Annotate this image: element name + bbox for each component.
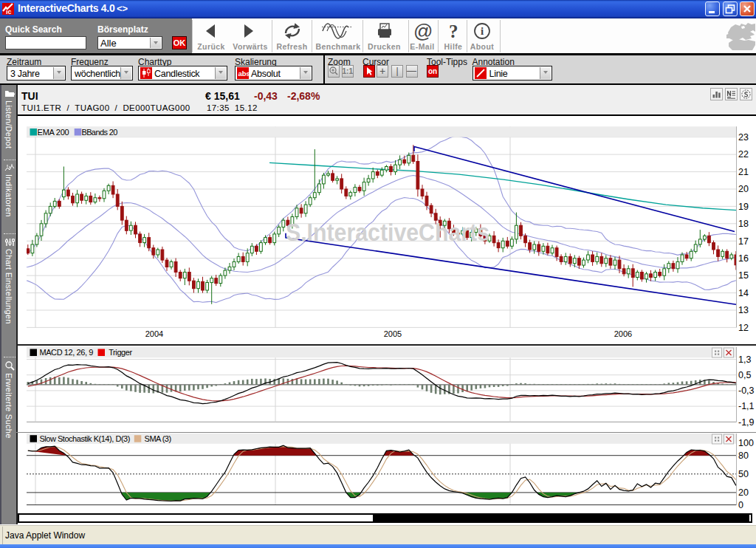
svg-text:?: ?: [449, 21, 458, 41]
svg-text:EMA 200: EMA 200: [38, 127, 69, 136]
svg-text:i: i: [481, 25, 484, 37]
svg-text:50: 50: [738, 469, 749, 479]
svg-text:S.InteractiveCharts: S.InteractiveCharts: [286, 218, 489, 246]
svg-text:-0,3: -0,3: [738, 386, 755, 396]
svg-text:@: @: [413, 21, 433, 42]
svg-text:Slow Stochastik K(14), D(3): Slow Stochastik K(14), D(3): [39, 434, 130, 443]
svg-text:-1,9: -1,9: [738, 417, 755, 426]
svg-text:20: 20: [738, 487, 749, 498]
svg-text:BBands 20: BBands 20: [81, 127, 117, 136]
svg-text:ic: ic: [6, 8, 12, 16]
svg-text:12: 12: [738, 322, 749, 332]
svg-text:21: 21: [738, 166, 749, 177]
svg-text:2005: 2005: [384, 329, 402, 338]
svg-text:0: 0: [738, 500, 743, 510]
svg-text:MACD 12, 26, 9: MACD 12, 26, 9: [39, 348, 93, 357]
svg-text:-1,1: -1,1: [738, 401, 755, 411]
svg-text:18: 18: [738, 219, 749, 229]
svg-text:Trigger: Trigger: [109, 348, 132, 357]
svg-text:13: 13: [738, 305, 749, 315]
svg-text:16: 16: [738, 253, 749, 264]
svg-text:19: 19: [738, 201, 749, 211]
svg-text:80: 80: [738, 451, 749, 461]
svg-text:2006: 2006: [614, 329, 632, 338]
svg-text:23: 23: [738, 132, 749, 143]
svg-text:17: 17: [738, 236, 749, 246]
svg-text:15: 15: [738, 270, 749, 281]
svg-text:2004: 2004: [145, 329, 163, 338]
svg-text:SMA (3): SMA (3): [145, 434, 172, 443]
svg-text:100: 100: [738, 438, 754, 448]
svg-text:20: 20: [738, 184, 749, 194]
svg-text:14: 14: [738, 287, 749, 298]
svg-text:22: 22: [738, 149, 749, 160]
svg-text:abs: abs: [238, 69, 250, 78]
svg-text:1,3: 1,3: [738, 354, 751, 364]
svg-text:0,5: 0,5: [738, 370, 751, 380]
